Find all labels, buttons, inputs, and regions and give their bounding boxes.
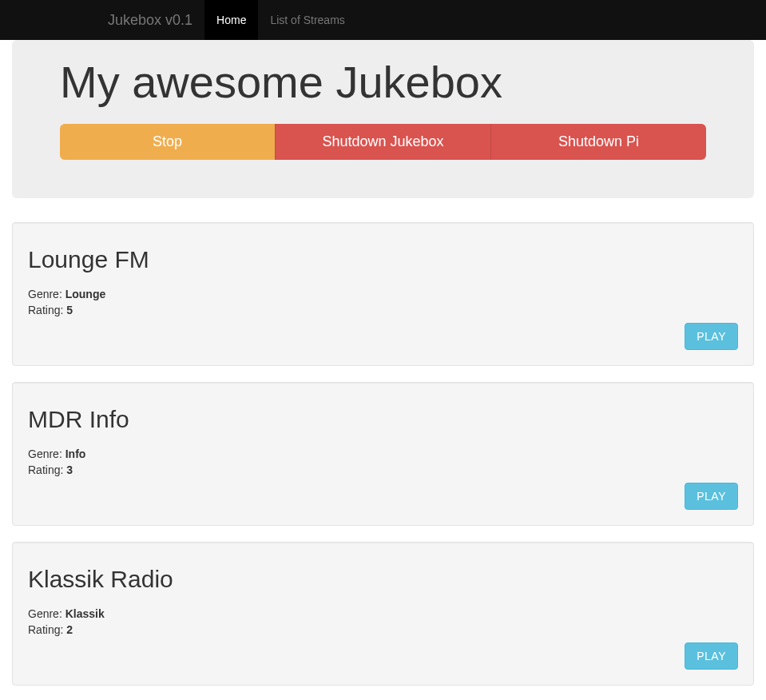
stream-card: Lounge FM Genre: Lounge Rating: 5 PLAY [12, 222, 754, 366]
shutdown-jukebox-button[interactable]: Shutdown Jukebox [275, 124, 490, 160]
jumbotron: My awesome Jukebox Stop Shutdown Jukebox… [12, 40, 754, 198]
stream-genre: Genre: Klassik [28, 607, 738, 620]
genre-label: Genre: [28, 288, 65, 300]
nav-item-home[interactable]: Home [204, 0, 258, 40]
genre-value: Lounge [65, 288, 106, 300]
navbar-nav: Home List of Streams [204, 0, 357, 40]
page-title: My awesome Jukebox [60, 56, 706, 108]
genre-value: Klassik [65, 607, 105, 620]
stream-rating: Rating: 2 [28, 623, 738, 636]
navbar: Jukebox v0.1 Home List of Streams [0, 0, 766, 40]
shutdown-pi-button[interactable]: Shutdown Pi [490, 124, 706, 160]
control-button-group: Stop Shutdown Jukebox Shutdown Pi [60, 124, 706, 160]
stream-genre: Genre: Info [28, 447, 738, 460]
play-button[interactable]: PLAY [685, 642, 738, 670]
play-button[interactable]: PLAY [685, 483, 738, 510]
genre-label: Genre: [28, 607, 65, 620]
play-button[interactable]: PLAY [685, 323, 738, 350]
rating-label: Rating: [28, 463, 66, 476]
stream-card: MDR Info Genre: Info Rating: 3 PLAY [12, 382, 754, 526]
stream-title: Lounge FM [28, 246, 738, 273]
stream-actions: PLAY [28, 642, 738, 670]
genre-value: Info [65, 447, 86, 460]
rating-value: 2 [66, 623, 73, 636]
genre-label: Genre: [28, 447, 65, 460]
navbar-brand[interactable]: Jukebox v0.1 [96, 0, 204, 41]
rating-label: Rating: [28, 623, 66, 636]
stream-actions: PLAY [28, 323, 738, 350]
rating-label: Rating: [28, 304, 66, 316]
stream-rating: Rating: 5 [28, 304, 738, 316]
stream-rating: Rating: 3 [28, 463, 738, 476]
nav-link-home[interactable]: Home [204, 0, 258, 40]
stream-title: Klassik Radio [28, 566, 738, 593]
nav-link-streams[interactable]: List of Streams [258, 0, 356, 40]
rating-value: 3 [66, 463, 73, 476]
nav-item-streams[interactable]: List of Streams [258, 0, 356, 40]
stop-button[interactable]: Stop [60, 124, 275, 160]
stream-card: Klassik Radio Genre: Klassik Rating: 2 P… [12, 542, 754, 686]
stream-title: MDR Info [28, 406, 738, 433]
stream-actions: PLAY [28, 483, 738, 510]
rating-value: 5 [66, 304, 73, 316]
stream-genre: Genre: Lounge [28, 288, 738, 300]
